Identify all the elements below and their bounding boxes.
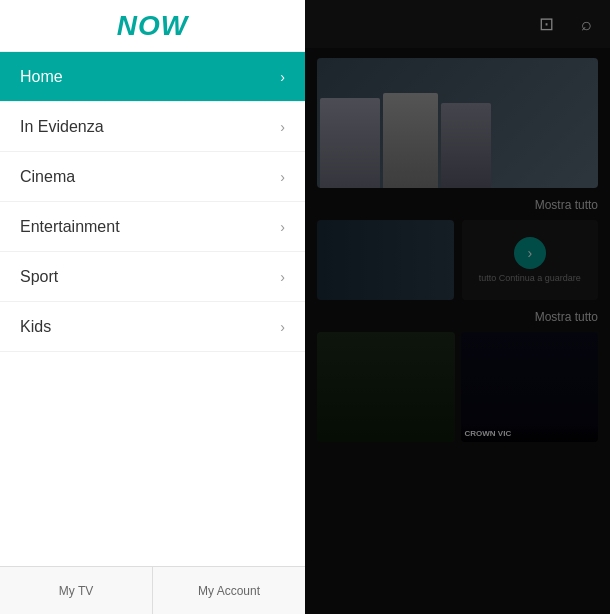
menu-item-inevidenza-label: In Evidenza — [20, 118, 104, 136]
chevron-icon-entertainment: › — [280, 219, 285, 235]
menu-item-home-label: Home — [20, 68, 63, 86]
bottom-tab-mytv[interactable]: My TV — [0, 567, 153, 614]
dropdown-panel: NOW Home › In Evidenza › Cinema › Entert… — [0, 0, 305, 614]
chevron-icon-cinema: › — [280, 169, 285, 185]
menu-list: Home › In Evidenza › Cinema › Entertainm… — [0, 52, 305, 352]
now-logo: NOW — [117, 10, 188, 42]
chevron-icon-home: › — [280, 69, 285, 85]
menu-item-entertainment-label: Entertainment — [20, 218, 120, 236]
menu-item-kids-label: Kids — [20, 318, 51, 336]
bottom-bar: My TV My Account — [0, 566, 305, 614]
bottom-tab-mytv-label: My TV — [59, 584, 93, 598]
menu-item-entertainment[interactable]: Entertainment › — [0, 202, 305, 252]
chevron-icon-inevidenza: › — [280, 119, 285, 135]
now-logo-bar: NOW — [0, 0, 305, 52]
menu-item-sport[interactable]: Sport › — [0, 252, 305, 302]
menu-item-kids[interactable]: Kids › — [0, 302, 305, 352]
chevron-icon-kids: › — [280, 319, 285, 335]
menu-item-inevidenza[interactable]: In Evidenza › — [0, 102, 305, 152]
chevron-icon-sport: › — [280, 269, 285, 285]
menu-item-cinema-label: Cinema — [20, 168, 75, 186]
menu-item-sport-label: Sport — [20, 268, 58, 286]
bottom-tab-myaccount-label: My Account — [198, 584, 260, 598]
bottom-tab-myaccount[interactable]: My Account — [153, 567, 305, 614]
menu-item-home[interactable]: Home › — [0, 52, 305, 102]
menu-item-cinema[interactable]: Cinema › — [0, 152, 305, 202]
